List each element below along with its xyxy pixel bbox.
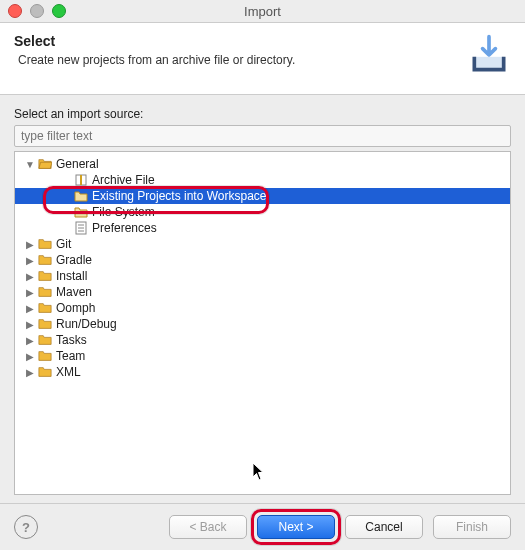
folder-icon [37, 332, 53, 348]
folder-icon [37, 364, 53, 380]
file-folder-icon [73, 204, 89, 220]
twisty-icon[interactable]: ▶ [25, 255, 35, 266]
tree-item-label: Maven [56, 285, 92, 299]
source-label: Select an import source: [14, 107, 511, 121]
wizard-heading: Select [14, 33, 295, 49]
file-folder-icon [73, 188, 89, 204]
tree-leaf[interactable]: Preferences [15, 220, 510, 236]
tree-item-label: General [56, 157, 99, 171]
import-source-tree[interactable]: ▼GeneralArchive FileExisting Projects in… [14, 151, 511, 495]
next-button[interactable]: Next > [257, 515, 335, 539]
cancel-button[interactable]: Cancel [345, 515, 423, 539]
tree-folder[interactable]: ▶Gradle [15, 252, 510, 268]
folder-icon [37, 316, 53, 332]
tree-folder[interactable]: ▶Tasks [15, 332, 510, 348]
twisty-icon[interactable]: ▶ [25, 303, 35, 314]
tree-folder[interactable]: ▶Team [15, 348, 510, 364]
import-icon [467, 33, 511, 80]
window-title: Import [0, 4, 525, 19]
tree-item-label: File System [92, 205, 155, 219]
folder-icon [37, 252, 53, 268]
back-button: < Back [169, 515, 247, 539]
folder-icon [37, 300, 53, 316]
twisty-icon[interactable]: ▼ [25, 159, 35, 170]
wizard-footer: ? < Back Next > Cancel Finish [0, 504, 525, 550]
twisty-icon[interactable]: ▶ [25, 271, 35, 282]
svg-rect-1 [80, 175, 82, 185]
import-wizard-window: Import Select Create new projects from a… [0, 0, 525, 550]
wizard-body: Select an import source: ▼GeneralArchive… [0, 95, 525, 503]
tree-item-label: Git [56, 237, 71, 251]
tree-folder[interactable]: ▶Install [15, 268, 510, 284]
twisty-icon[interactable]: ▶ [25, 335, 35, 346]
folder-icon [37, 268, 53, 284]
filter-input[interactable] [14, 125, 511, 147]
folder-icon [37, 348, 53, 364]
twisty-icon[interactable]: ▶ [25, 351, 35, 362]
twisty-icon[interactable]: ▶ [25, 367, 35, 378]
tree-leaf[interactable]: Archive File [15, 172, 510, 188]
tree-item-label: Team [56, 349, 85, 363]
tree-item-label: Existing Projects into Workspace [92, 189, 267, 203]
file-pref-icon [73, 220, 89, 236]
twisty-icon[interactable]: ▶ [25, 239, 35, 250]
titlebar: Import [0, 0, 525, 22]
finish-button: Finish [433, 515, 511, 539]
tree-item-label: Tasks [56, 333, 87, 347]
folder-icon [37, 284, 53, 300]
tree-folder[interactable]: ▶Maven [15, 284, 510, 300]
help-icon[interactable]: ? [14, 515, 38, 539]
tree-item-label: Archive File [92, 173, 155, 187]
wizard-subtext: Create new projects from an archive file… [14, 53, 295, 67]
tree-folder[interactable]: ▶Git [15, 236, 510, 252]
tree-item-label: Oomph [56, 301, 95, 315]
tree-folder[interactable]: ▶Oomph [15, 300, 510, 316]
tree-item-label: Preferences [92, 221, 157, 235]
tree-folder[interactable]: ▶XML [15, 364, 510, 380]
folder-open-icon [37, 156, 53, 172]
folder-icon [37, 236, 53, 252]
tree-item-label: Gradle [56, 253, 92, 267]
tree-folder[interactable]: ▶Run/Debug [15, 316, 510, 332]
tree-leaf[interactable]: Existing Projects into Workspace [15, 188, 510, 204]
tree-item-label: Install [56, 269, 87, 283]
tree-item-label: XML [56, 365, 81, 379]
wizard-header: Select Create new projects from an archi… [0, 22, 525, 95]
tree-folder[interactable]: ▼General [15, 156, 510, 172]
twisty-icon[interactable]: ▶ [25, 287, 35, 298]
tree-leaf[interactable]: File System [15, 204, 510, 220]
twisty-icon[interactable]: ▶ [25, 319, 35, 330]
file-archive-icon [73, 172, 89, 188]
tree-item-label: Run/Debug [56, 317, 117, 331]
